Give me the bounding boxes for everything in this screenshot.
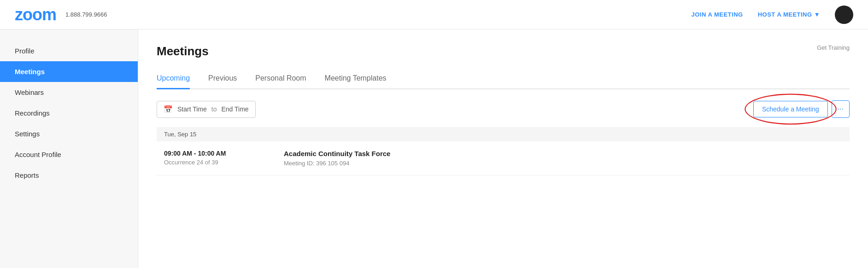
main-content: Meetings Get Training Upcoming Previous … — [138, 29, 868, 268]
tab-meeting-templates[interactable]: Meeting Templates — [325, 70, 387, 89]
zoom-logo: zoom — [15, 6, 56, 23]
sidebar-item-meetings[interactable]: Meetings — [0, 61, 138, 82]
sidebar-item-recordings[interactable]: Recordings — [0, 103, 138, 123]
main-header: Meetings Get Training — [157, 44, 850, 58]
tabs: Upcoming Previous Personal Room Meeting … — [157, 70, 850, 89]
filter-row: 📅 Start Time to End Time Schedule a Meet… — [157, 100, 850, 118]
avatar[interactable] — [835, 6, 853, 24]
more-options-button[interactable]: ··· — [832, 100, 850, 118]
schedule-meeting-button[interactable]: Schedule a Meeting — [753, 101, 828, 117]
header-right: JOIN A MEETING HOST A MEETING ▼ — [691, 6, 853, 24]
host-meeting-link[interactable]: HOST A MEETING ▼ — [758, 11, 820, 18]
date-group-header: Tue, Sep 15 — [157, 127, 850, 141]
sidebar-item-webinars[interactable]: Webinars — [0, 82, 138, 103]
sidebar-item-reports[interactable]: Reports — [0, 165, 138, 186]
join-meeting-link[interactable]: JOIN A MEETING — [691, 11, 743, 18]
meeting-info: Academic Continuity Task Force Meeting I… — [284, 150, 842, 167]
layout: Profile Meetings Webinars Recordings Set… — [0, 29, 868, 268]
tab-previous[interactable]: Previous — [208, 70, 237, 89]
meeting-id: Meeting ID: 396 105 094 — [284, 160, 842, 167]
sidebar: Profile Meetings Webinars Recordings Set… — [0, 29, 138, 268]
date-separator: to — [211, 105, 217, 113]
sidebar-item-profile[interactable]: Profile — [0, 41, 138, 61]
meeting-occurrence: Occurrence 24 of 39 — [164, 159, 256, 166]
schedule-btn-wrapper: Schedule a Meeting — [753, 101, 828, 117]
tab-upcoming[interactable]: Upcoming — [157, 70, 190, 89]
header: zoom 1.888.799.9666 JOIN A MEETING HOST … — [0, 0, 868, 29]
sidebar-item-settings[interactable]: Settings — [0, 123, 138, 144]
date-range-picker[interactable]: 📅 Start Time to End Time — [157, 101, 256, 118]
meeting-name: Academic Continuity Task Force — [284, 150, 842, 157]
header-phone: 1.888.799.9666 — [65, 11, 107, 18]
meeting-time-block: 09:00 AM - 10:00 AM Occurrence 24 of 39 — [164, 150, 256, 166]
get-training-link[interactable]: Get Training — [817, 44, 850, 51]
tab-personal-room[interactable]: Personal Room — [255, 70, 306, 89]
end-time-label: End Time — [221, 105, 248, 113]
meeting-time: 09:00 AM - 10:00 AM — [164, 150, 256, 157]
calendar-icon: 📅 — [164, 105, 173, 114]
start-time-label: Start Time — [177, 105, 207, 113]
header-left: zoom 1.888.799.9666 — [15, 6, 107, 23]
page-title: Meetings — [157, 44, 209, 58]
sidebar-item-account-profile[interactable]: Account Profile — [0, 144, 138, 165]
meeting-row[interactable]: 09:00 AM - 10:00 AM Occurrence 24 of 39 … — [157, 141, 850, 175]
action-buttons: Schedule a Meeting ··· — [753, 100, 850, 118]
